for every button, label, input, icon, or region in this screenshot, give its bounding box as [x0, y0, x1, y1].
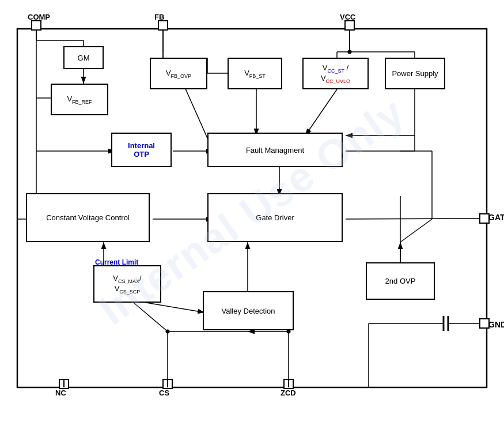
cv-control-label: Constant Voltage Control: [46, 213, 130, 222]
diagram-container: Internal Use Only: [0, 0, 504, 422]
valley-detection-block: Valley Detection: [203, 291, 294, 330]
vcc-group-block: VCC_ST / VCC_UVLO: [302, 58, 369, 89]
svg-line-29: [346, 218, 480, 219]
power-supply-block: Power Supply: [385, 58, 445, 89]
svg-rect-14: [163, 379, 172, 389]
fault-mgmt-block: Fault Managment: [207, 133, 343, 167]
fault-mgmt-label: Fault Managment: [246, 146, 304, 155]
vfb-ref-label: VFB_REF: [67, 95, 92, 105]
svg-line-59: [400, 219, 432, 242]
internal-otp-label: InternalOTP: [128, 141, 155, 159]
svg-point-44: [166, 330, 170, 334]
gnd-label: GND: [488, 320, 504, 329]
zcd-label: ZCD: [281, 389, 296, 397]
svg-rect-16: [284, 379, 293, 389]
vcc-label: VCC: [340, 13, 355, 21]
svg-line-42: [130, 300, 168, 331]
svg-rect-11: [480, 319, 489, 328]
vcs-label: VCS_MAX/VCS_SCP: [113, 274, 141, 294]
gate-driver-block: Gate Driver: [207, 193, 343, 242]
gate-label: GATE: [488, 213, 504, 222]
vfb-st-block: VFB_ST: [228, 58, 282, 89]
second-ovp-block: 2nd OVP: [366, 262, 435, 300]
gate-driver-label: Gate Driver: [256, 213, 294, 222]
gm-label: GM: [78, 54, 90, 62]
svg-rect-4: [32, 21, 41, 30]
second-ovp-label: 2nd OVP: [385, 277, 416, 285]
vcs-block: VCS_MAX/VCS_SCP: [93, 265, 161, 303]
gm-block: GM: [63, 46, 104, 69]
svg-point-62: [348, 50, 352, 54]
nc-label: NC: [55, 389, 66, 397]
vfb-st-label: VFB_ST: [244, 69, 266, 79]
cs-label: CS: [159, 389, 169, 397]
vcc-group-label: VCC_ST / VCC_UVLO: [321, 63, 350, 84]
power-supply-label: Power Supply: [392, 69, 438, 78]
valley-detection-label: Valley Detection: [222, 307, 275, 315]
vfb-ovp-label: VFB_OVP: [166, 69, 191, 79]
comp-label: COMP: [28, 13, 50, 21]
vfb-ref-block: VFB_REF: [51, 84, 108, 115]
svg-rect-12: [59, 379, 69, 389]
svg-rect-9: [480, 214, 489, 223]
svg-line-21: [305, 89, 337, 135]
svg-rect-6: [158, 21, 168, 30]
internal-otp-block: InternalOTP: [111, 133, 172, 167]
cv-control-block: Constant Voltage Control: [26, 193, 150, 242]
svg-rect-8: [345, 21, 354, 30]
vfb-ovp-block: VFB_OVP: [150, 58, 207, 89]
fb-label: FB: [154, 13, 164, 21]
